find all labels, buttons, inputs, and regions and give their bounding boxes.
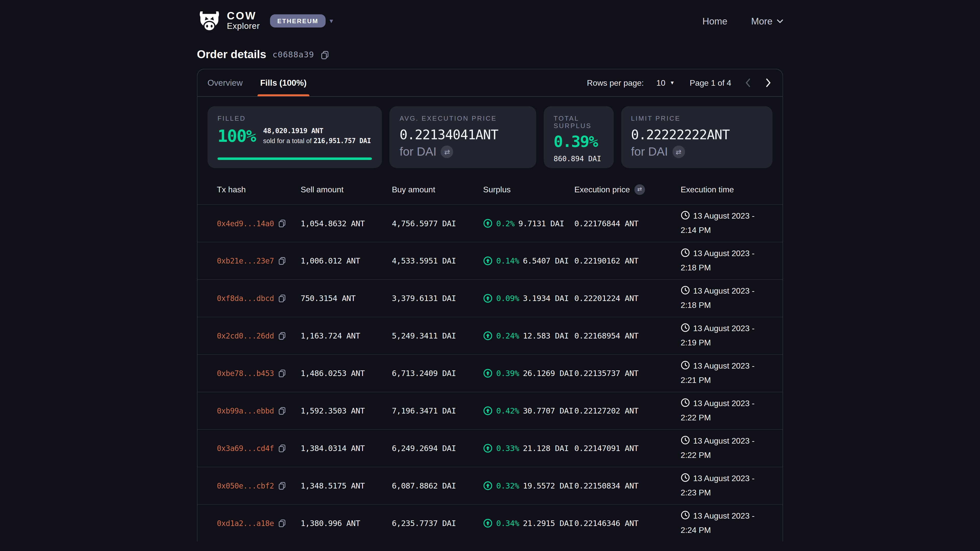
col-execution-price: Execution price ⇄ <box>574 184 681 195</box>
clock-icon <box>681 210 690 224</box>
sell-amount-cell: 1,348.5175 ANT <box>301 481 392 491</box>
surplus-percent: 0.2% <box>496 219 514 228</box>
copy-tx-hash-button[interactable] <box>278 332 286 340</box>
copy-tx-hash-button[interactable] <box>278 257 286 265</box>
prev-page-button[interactable] <box>744 77 752 89</box>
execution-price-cell: 0.22176844 ANT <box>574 219 681 228</box>
surplus-amount: 3.1934 DAI <box>523 294 569 303</box>
tx-hash-link[interactable]: 0x3a69...cd4f <box>217 444 274 453</box>
swap-icon[interactable]: ⇄ <box>441 146 453 158</box>
surplus-amount: 9.7131 DAI <box>518 219 564 228</box>
sell-amount-cell: 1,163.724 ANT <box>301 331 392 341</box>
tab-fills[interactable]: Fills (100%) <box>260 69 307 96</box>
sell-amount-cell: 1,054.8632 ANT <box>301 219 392 228</box>
table-row: 0xb99a...ebbd 1,592.3503 ANT 7,196.3471 … <box>197 392 783 429</box>
brand-subtitle: Explorer <box>227 22 260 31</box>
table-row: 0xbe78...b453 1,486.0253 ANT 6,713.2409 … <box>197 354 783 392</box>
execution-time-text: 13 August 2023 - 2:18 PM <box>681 286 755 310</box>
sell-amount-cell: 1,006.012 ANT <box>301 256 392 265</box>
col-sell-amount: Sell amount <box>301 185 392 194</box>
table-header-row: Tx hash Sell amount Buy amount Surplus E… <box>197 174 783 204</box>
surplus-amount: 21.128 DAI <box>523 444 569 453</box>
execution-time-cell: 13 August 2023 - 2:14 PM <box>681 210 773 237</box>
select-arrow-icon: ▼ <box>670 80 675 86</box>
stat-cards: FILLED 100% 48,020.1919 ANT sold for a t… <box>197 97 783 175</box>
avg-execution-price-card: AVG. EXECUTION PRICE 0.22134041ANT for D… <box>390 106 536 168</box>
copy-tx-hash-button[interactable] <box>278 369 286 377</box>
limit-price-value: 0.22222222ANT <box>631 127 762 143</box>
execution-time-cell: 13 August 2023 - 2:22 PM <box>681 397 773 424</box>
tx-hash-link[interactable]: 0xb21e...23e7 <box>217 256 274 265</box>
arrow-up-circle-icon <box>483 219 493 228</box>
execution-time-text: 13 August 2023 - 2:23 PM <box>681 473 755 497</box>
surplus-cell: 0.42% 30.7707 DAI <box>483 406 574 416</box>
sold-prefix: sold for a total of <box>263 137 312 144</box>
copy-order-id-button[interactable] <box>321 50 329 59</box>
copy-tx-hash-button[interactable] <box>278 482 286 490</box>
copy-tx-hash-button[interactable] <box>278 219 286 227</box>
execution-price-cell: 0.22135737 ANT <box>574 368 681 378</box>
tx-hash-link[interactable]: 0x4ed9...14a0 <box>217 219 274 227</box>
col-buy-amount: Buy amount <box>392 185 484 194</box>
buy-amount-cell: 6,087.8862 DAI <box>392 481 484 491</box>
tx-hash-link[interactable]: 0xf8da...dbcd <box>217 294 274 303</box>
surplus-cell: 0.32% 19.5572 DAI <box>483 481 574 491</box>
nav-home-link[interactable]: Home <box>702 16 727 26</box>
copy-tx-hash-button[interactable] <box>278 444 286 452</box>
execution-time-cell: 13 August 2023 - 2:18 PM <box>681 247 773 275</box>
network-caret-icon[interactable]: ▾ <box>330 17 333 25</box>
surplus-percent: 0.24% <box>496 331 519 341</box>
fills-panel: Overview Fills (100%) Rows per page: 10 … <box>197 68 783 541</box>
buy-amount-cell: 7,196.3471 DAI <box>392 406 484 416</box>
swap-icon[interactable]: ⇄ <box>672 146 685 158</box>
app-header: COW Explorer ETHEREUM ▾ Home More <box>0 0 980 42</box>
copy-icon <box>321 50 329 59</box>
sell-amount-cell: 1,592.3503 ANT <box>301 406 392 416</box>
table-row: 0x2cd0...26dd 1,163.724 ANT 5,249.3411 D… <box>197 317 783 354</box>
surplus-cell: 0.14% 6.5407 DAI <box>483 256 574 265</box>
clock-icon <box>681 398 690 411</box>
table-row: 0x3a69...cd4f 1,384.0314 ANT 6,249.2694 … <box>197 429 783 467</box>
arrow-up-circle-icon <box>483 444 493 453</box>
surplus-percent: 0.33% <box>496 444 519 453</box>
tab-overview[interactable]: Overview <box>207 69 243 96</box>
execution-price-cell: 0.22190162 ANT <box>574 256 681 265</box>
tx-hash-link[interactable]: 0xd1a2...a18e <box>217 519 274 527</box>
arrow-up-circle-icon <box>483 368 493 378</box>
chevron-left-icon <box>745 78 751 87</box>
sold-total: 216,951.757 DAI <box>313 137 371 144</box>
col-tx-hash: Tx hash <box>217 185 301 194</box>
cow-logo-icon <box>197 10 222 32</box>
clock-icon <box>681 435 690 449</box>
sell-amount-cell: 1,380.996 ANT <box>301 519 392 528</box>
execution-time-cell: 13 August 2023 - 2:23 PM <box>681 472 773 499</box>
nav-more-link[interactable]: More <box>751 16 783 26</box>
copy-tx-hash-button[interactable] <box>278 519 286 527</box>
brand-title: COW <box>227 11 260 22</box>
clock-icon <box>681 323 690 336</box>
brand-logo[interactable]: COW Explorer <box>197 10 260 32</box>
invert-price-icon[interactable]: ⇄ <box>634 184 645 195</box>
surplus-amount: 26.1269 DAI <box>523 368 573 378</box>
tx-hash-link[interactable]: 0xbe78...b453 <box>217 369 274 378</box>
copy-tx-hash-button[interactable] <box>278 407 286 415</box>
page-title-row: Order details c0688a39 <box>197 48 783 61</box>
execution-price-cell: 0.22201224 ANT <box>574 294 681 303</box>
rows-per-page-select[interactable]: 10 ▼ <box>656 78 675 87</box>
filled-progress-bar <box>218 157 372 160</box>
tx-hash-link[interactable]: 0x2cd0...26dd <box>217 331 274 340</box>
surplus-percent: 0.39% <box>496 368 519 378</box>
tab-bar: Overview Fills (100%) Rows per page: 10 … <box>197 69 783 97</box>
tx-hash-link[interactable]: 0xb99a...ebbd <box>217 407 274 415</box>
table-row: 0xb21e...23e7 1,006.012 ANT 4,533.5951 D… <box>197 242 783 279</box>
surplus-cell: 0.39% 26.1269 DAI <box>483 368 574 378</box>
pagination-controls: Rows per page: 10 ▼ Page 1 of 4 <box>587 69 773 96</box>
table-row: 0x050e...cbf2 1,348.5175 ANT 6,087.8862 … <box>197 467 783 504</box>
sell-amount-cell: 1,384.0314 ANT <box>301 444 392 453</box>
surplus-cell: 0.33% 21.128 DAI <box>483 444 574 453</box>
next-page-button[interactable] <box>764 77 773 89</box>
copy-tx-hash-button[interactable] <box>278 294 286 302</box>
tx-hash-link[interactable]: 0x050e...cbf2 <box>217 481 274 490</box>
surplus-amount: 12.583 DAI <box>523 331 569 341</box>
network-selector-button[interactable]: ETHEREUM <box>270 14 326 27</box>
